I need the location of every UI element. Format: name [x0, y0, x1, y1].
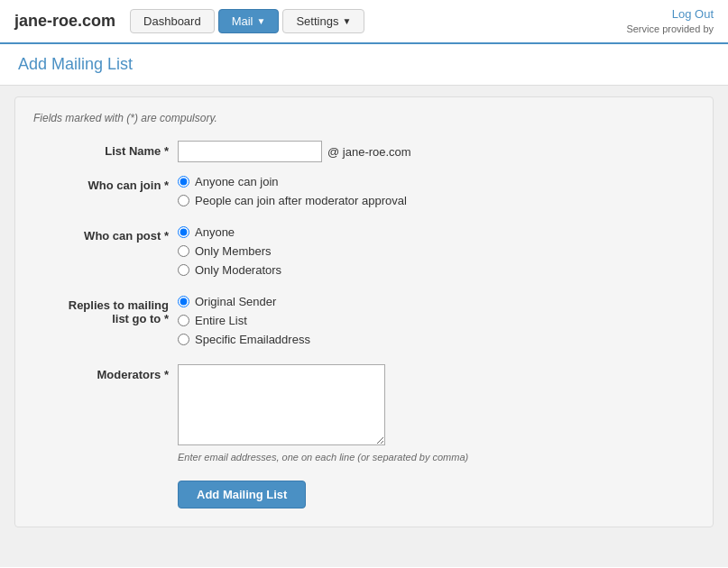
moderators-textarea[interactable]: [178, 364, 385, 445]
post-option-1: Anyone: [178, 225, 695, 239]
replies-label-1[interactable]: Original Sender: [195, 295, 276, 308]
mail-label: Mail: [232, 14, 253, 28]
replies-label: Replies to mailinglist go to *: [33, 295, 178, 325]
who-can-post-field: Anyone Only Members Only Moderators: [178, 225, 695, 282]
service-text: Service provided by: [626, 23, 714, 34]
mail-arrow-icon: ▼: [257, 16, 266, 26]
replies-label-text: Replies to mailinglist go to *: [69, 298, 169, 325]
nav-tabs: Dashboard Mail ▼ Settings ▼: [130, 9, 364, 33]
replies-option-3: Specific Emailaddress: [178, 333, 695, 346]
replies-radio-1[interactable]: [178, 296, 189, 307]
who-can-join-row: Who can join * Anyone can join People ca…: [33, 175, 695, 213]
moderators-field: Enter email addresses, one on each line …: [178, 364, 695, 463]
page-title-bar: Add Mailing List: [0, 44, 728, 86]
post-radio-3[interactable]: [178, 264, 189, 276]
who-can-join-label: Who can join *: [33, 175, 178, 192]
logout-link[interactable]: Log Out: [626, 7, 714, 21]
page-content: Add Mailing List Fields marked with (*) …: [0, 44, 728, 567]
who-can-post-row: Who can post * Anyone Only Members Only …: [33, 225, 695, 282]
header-right: Log Out Service provided by: [626, 7, 714, 35]
dashboard-label: Dashboard: [143, 14, 201, 28]
list-name-input[interactable]: [178, 141, 322, 162]
join-label-2[interactable]: People can join after moderator approval: [195, 194, 407, 207]
who-can-post-label: Who can post *: [33, 225, 178, 243]
header: jane-roe.com Dashboard Mail ▼ Settings ▼…: [0, 0, 728, 44]
replies-field: Original Sender Entire List Specific Ema…: [178, 295, 695, 352]
replies-radio-2[interactable]: [178, 315, 189, 326]
join-option-1: Anyone can join: [178, 175, 695, 188]
replies-option-2: Entire List: [178, 314, 695, 327]
join-option-2: People can join after moderator approval: [178, 194, 695, 207]
join-radio-1[interactable]: [178, 176, 189, 188]
post-label-1[interactable]: Anyone: [195, 225, 235, 239]
post-label-3[interactable]: Only Moderators: [195, 263, 281, 277]
moderators-row: Moderators * Enter email addresses, one …: [33, 364, 695, 463]
post-option-2: Only Members: [178, 244, 695, 258]
list-name-row: List Name * @ jane-roe.com: [33, 141, 695, 162]
nav-tab-dashboard[interactable]: Dashboard: [130, 9, 215, 33]
page-title: Add Mailing List: [18, 55, 710, 74]
moderators-label: Moderators *: [33, 364, 178, 381]
form-container: Fields marked with (*) are compulsory. L…: [14, 96, 714, 527]
compulsory-note: Fields marked with (*) are compulsory.: [33, 112, 695, 124]
at-domain: @ jane-roe.com: [327, 145, 411, 159]
post-label-2[interactable]: Only Members: [195, 244, 272, 258]
replies-label-3[interactable]: Specific Emailaddress: [195, 333, 310, 346]
post-radio-2[interactable]: [178, 245, 189, 257]
settings-label: Settings: [296, 14, 338, 28]
settings-arrow-icon: ▼: [342, 16, 351, 26]
replies-option-1: Original Sender: [178, 295, 695, 308]
list-name-label: List Name *: [33, 141, 178, 158]
site-title: jane-roe.com: [14, 12, 115, 31]
replies-row: Replies to mailinglist go to * Original …: [33, 295, 695, 352]
list-name-field: @ jane-roe.com: [178, 141, 695, 162]
replies-radio-3[interactable]: [178, 334, 189, 345]
join-label-1[interactable]: Anyone can join: [195, 175, 279, 188]
post-option-3: Only Moderators: [178, 263, 695, 277]
nav-tab-settings[interactable]: Settings ▼: [282, 9, 364, 33]
who-can-join-field: Anyone can join People can join after mo…: [178, 175, 695, 213]
moderators-hint: Enter email addresses, one on each line …: [178, 452, 695, 463]
submit-row: Add Mailing List: [33, 481, 695, 508]
replies-label-2[interactable]: Entire List: [195, 314, 247, 327]
join-radio-2[interactable]: [178, 195, 189, 206]
header-left: jane-roe.com Dashboard Mail ▼ Settings ▼: [14, 9, 364, 33]
post-radio-1[interactable]: [178, 226, 189, 238]
submit-button[interactable]: Add Mailing List: [178, 481, 306, 508]
nav-tab-mail[interactable]: Mail ▼: [218, 9, 280, 33]
